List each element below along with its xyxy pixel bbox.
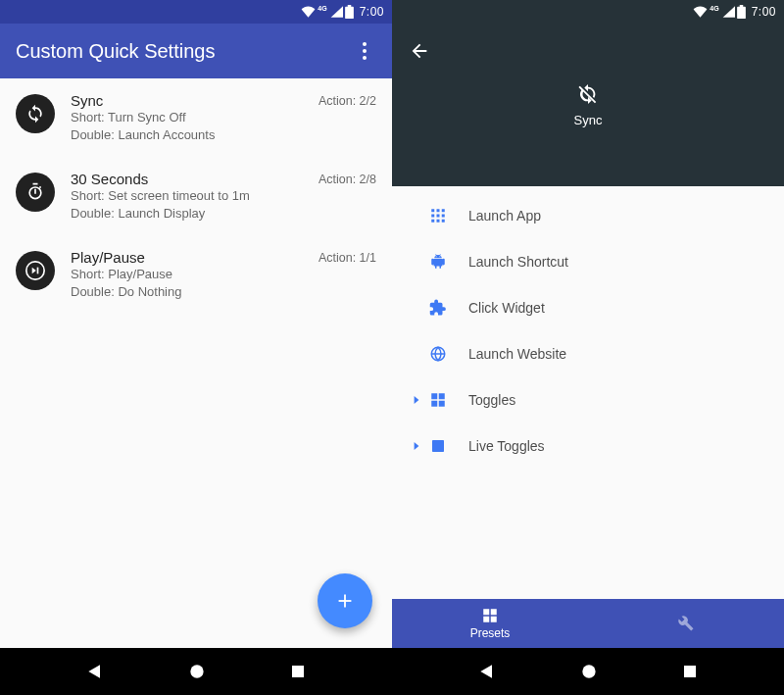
tile-row[interactable]: Play/Pause Short: Play/Pause Double: Do … xyxy=(0,235,392,314)
status-clock: 7:00 xyxy=(360,5,384,19)
svg-point-0 xyxy=(363,42,367,46)
sync-disabled-icon xyxy=(577,83,599,105)
expand-icon xyxy=(408,442,425,450)
svg-rect-14 xyxy=(437,219,440,222)
status-clock: 7:00 xyxy=(752,5,776,19)
tile-preview-header: Sync xyxy=(392,24,784,186)
app-title: Custom Quick Settings xyxy=(16,40,349,63)
grid-icon xyxy=(425,391,451,409)
wifi-icon xyxy=(693,6,708,18)
tile-title: Play/Pause xyxy=(71,249,311,266)
action-label: Launch Website xyxy=(468,346,566,362)
action-click-widget[interactable]: Click Widget xyxy=(392,284,784,330)
play-pause-icon xyxy=(16,251,55,290)
tile-row[interactable]: Sync Short: Turn Sync Off Double: Launch… xyxy=(0,78,392,157)
network-type: 4G xyxy=(710,5,718,12)
action-label: Live Toggles xyxy=(468,438,545,454)
tile-title: Sync xyxy=(71,92,311,109)
svg-point-36 xyxy=(582,665,595,677)
nav-home-button[interactable] xyxy=(187,662,207,681)
grid-icon xyxy=(481,607,499,624)
more-vert-icon xyxy=(363,42,367,60)
tile-list: Sync Short: Turn Sync Off Double: Launch… xyxy=(0,78,392,648)
sync-icon xyxy=(16,94,55,133)
svg-rect-23 xyxy=(432,440,444,452)
battery-icon xyxy=(737,5,746,19)
svg-rect-21 xyxy=(431,400,437,406)
tile-double: Double: Launch Accounts xyxy=(71,126,311,144)
tile-double: Double: Do Nothing xyxy=(71,283,311,301)
tile-action-count: Action: 2/8 xyxy=(318,173,376,186)
action-launch-website[interactable]: Launch Website xyxy=(392,330,784,376)
svg-rect-15 xyxy=(442,219,445,222)
signal-icon xyxy=(330,6,343,18)
svg-rect-26 xyxy=(431,446,433,448)
nav-home-button[interactable] xyxy=(579,662,599,681)
screen-tile-list: 4G 7:00 Custom Quick Settings Sync xyxy=(0,0,392,695)
tile-short: Short: Play/Pause xyxy=(71,266,311,283)
svg-rect-29 xyxy=(444,443,446,445)
svg-rect-19 xyxy=(431,393,437,399)
svg-rect-13 xyxy=(431,219,434,222)
svg-rect-9 xyxy=(442,209,445,212)
apps-icon xyxy=(425,207,451,224)
svg-point-2 xyxy=(363,56,367,60)
tile-short: Short: Set screen timeout to 1m xyxy=(71,187,311,205)
status-bar: 4G 7:00 xyxy=(0,0,392,24)
svg-rect-34 xyxy=(483,617,489,622)
svg-rect-24 xyxy=(431,440,433,442)
svg-rect-25 xyxy=(431,443,433,445)
action-label: Toggles xyxy=(468,392,515,408)
navigation-bar xyxy=(0,648,392,695)
svg-rect-32 xyxy=(483,609,489,615)
svg-rect-30 xyxy=(444,446,446,448)
svg-point-17 xyxy=(439,256,440,257)
action-launch-app[interactable]: Launch App xyxy=(392,192,784,238)
arrow-back-icon xyxy=(409,40,430,62)
svg-point-5 xyxy=(190,665,203,677)
svg-rect-22 xyxy=(439,400,445,406)
action-category-list: Launch App Launch Shortcut Click Widget xyxy=(392,186,784,599)
android-icon xyxy=(425,253,451,271)
nav-back-button[interactable] xyxy=(477,662,497,681)
tab-tools[interactable] xyxy=(588,599,784,648)
svg-rect-11 xyxy=(437,214,440,217)
action-label: Click Widget xyxy=(468,300,545,316)
nav-recents-button[interactable] xyxy=(289,663,307,680)
wifi-icon xyxy=(301,6,316,18)
svg-point-16 xyxy=(436,256,437,257)
nav-back-button[interactable] xyxy=(85,662,105,681)
tile-preview-label: Sync xyxy=(574,113,603,127)
svg-rect-33 xyxy=(491,609,497,615)
tile-action-count: Action: 2/2 xyxy=(318,94,376,108)
screen-action-picker: 4G 7:00 Sync xyxy=(392,0,784,695)
overflow-menu-button[interactable] xyxy=(349,35,380,67)
tab-presets[interactable]: Presets xyxy=(392,599,588,648)
svg-rect-20 xyxy=(439,393,445,399)
svg-rect-27 xyxy=(431,449,433,451)
svg-rect-28 xyxy=(444,440,446,442)
svg-rect-31 xyxy=(444,449,446,451)
add-tile-fab[interactable] xyxy=(318,573,372,628)
action-launch-shortcut[interactable]: Launch Shortcut xyxy=(392,238,784,284)
tile-short: Short: Turn Sync Off xyxy=(71,109,311,126)
svg-rect-35 xyxy=(491,617,497,622)
extension-icon xyxy=(425,299,451,317)
timer-icon xyxy=(16,173,55,212)
status-bar: 4G 7:00 xyxy=(392,0,784,24)
action-label: Launch Shortcut xyxy=(468,254,568,270)
wrench-icon xyxy=(677,615,695,632)
app-bar: Custom Quick Settings xyxy=(0,24,392,78)
svg-rect-6 xyxy=(292,666,304,677)
film-icon xyxy=(425,437,451,455)
tile-double: Double: Launch Display xyxy=(71,205,311,223)
action-label: Launch App xyxy=(468,208,541,223)
signal-icon xyxy=(722,6,735,18)
action-live-toggles[interactable]: Live Toggles xyxy=(392,422,784,469)
tile-action-count: Action: 1/1 xyxy=(318,251,376,265)
back-button[interactable] xyxy=(404,35,435,67)
action-toggles[interactable]: Toggles xyxy=(392,376,784,422)
nav-recents-button[interactable] xyxy=(681,663,699,680)
svg-rect-8 xyxy=(437,209,440,212)
tile-row[interactable]: 30 Seconds Short: Set screen timeout to … xyxy=(0,157,392,235)
